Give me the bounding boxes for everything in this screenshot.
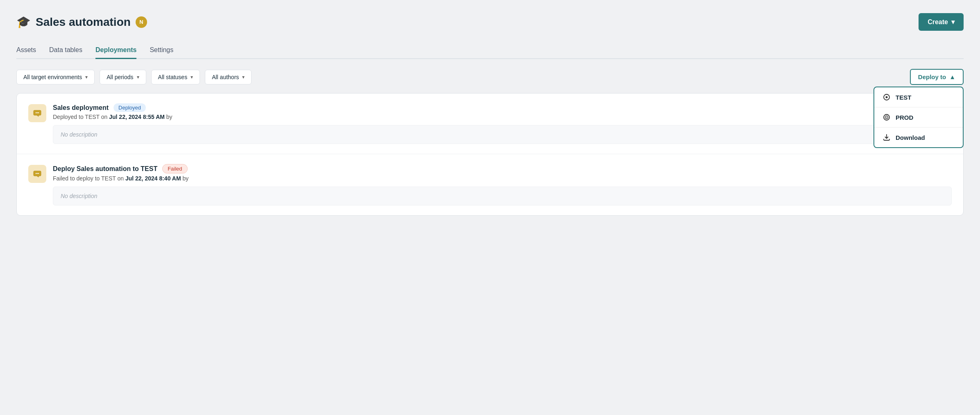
- description-box: No description: [53, 125, 952, 144]
- deploy-to-label: Deploy to: [918, 73, 946, 80]
- deploy-to-container: Deploy to ▲ TEST: [910, 69, 964, 85]
- svg-point-10: [38, 173, 39, 174]
- deployment-header: Deploy Sales automation to TEST Failed F…: [28, 164, 952, 187]
- filter-statuses[interactable]: All statuses ▾: [151, 70, 200, 84]
- chevron-up-icon: ▲: [949, 73, 955, 80]
- deploy-test-label: TEST: [896, 94, 911, 101]
- chevron-down-icon: ▾: [191, 74, 193, 80]
- tab-settings[interactable]: Settings: [150, 42, 173, 59]
- svg-point-5: [36, 112, 36, 113]
- deployment-header: Sales deployment Deployed Deployed to TE…: [28, 103, 952, 125]
- status-badge: Deployed: [113, 103, 146, 112]
- filters-row: All target environments ▾ All periods ▾ …: [16, 69, 964, 85]
- app-icon: 🎓: [16, 15, 31, 29]
- deployment-icon: [28, 165, 46, 183]
- prod-env-icon: [882, 113, 891, 121]
- deploy-download-label: Download: [896, 134, 925, 141]
- chevron-down-icon: ▾: [137, 74, 139, 80]
- subtitle-prefix: Deployed to TEST on: [53, 114, 107, 120]
- create-label: Create: [928, 18, 948, 26]
- header-left: 🎓 Sales automation N: [16, 15, 147, 29]
- svg-point-8: [36, 173, 36, 174]
- filter-target-env-label: All target environments: [23, 74, 82, 80]
- table-row: Sales deployment Deployed Deployed to TE…: [17, 93, 963, 154]
- description-box: No description: [53, 187, 952, 205]
- table-row: Deploy Sales automation to TEST Failed F…: [17, 154, 963, 215]
- chevron-down-icon: ▾: [242, 74, 245, 80]
- deploy-prod-option[interactable]: PROD: [874, 107, 963, 127]
- test-env-icon: [882, 93, 891, 101]
- filter-authors-label: All authors: [212, 74, 239, 80]
- deploy-test-option[interactable]: TEST: [874, 87, 963, 107]
- download-icon: [882, 133, 891, 141]
- filter-target-env[interactable]: All target environments ▾: [16, 70, 95, 84]
- description-text: No description: [61, 131, 98, 138]
- tab-assets[interactable]: Assets: [16, 42, 36, 59]
- app-title: Sales automation: [36, 16, 131, 29]
- deployment-subtitle: Failed to deploy to TEST on Jul 22, 2024…: [53, 175, 952, 182]
- tabs: Assets Data tables Deployments Settings: [16, 42, 964, 59]
- chevron-down-icon: ▾: [85, 74, 88, 80]
- tab-data-tables[interactable]: Data tables: [49, 42, 82, 59]
- svg-point-1: [886, 96, 888, 98]
- subtitle-suffix: by: [166, 114, 172, 120]
- subtitle-prefix: Failed to deploy to TEST on: [53, 175, 124, 182]
- deployment-icon: [28, 104, 46, 122]
- tab-deployments[interactable]: Deployments: [95, 42, 136, 59]
- svg-point-6: [37, 112, 38, 113]
- deployment-name: Sales deployment: [53, 104, 109, 112]
- status-badge: Failed: [162, 164, 187, 173]
- n-badge: N: [136, 16, 147, 28]
- filter-periods-label: All periods: [107, 74, 133, 80]
- subtitle-suffix: by: [182, 175, 188, 182]
- svg-point-9: [37, 173, 38, 174]
- create-chevron-icon: ▾: [951, 18, 955, 26]
- description-text: No description: [61, 193, 98, 199]
- filter-authors[interactable]: All authors ▾: [205, 70, 252, 84]
- page-header: 🎓 Sales automation N Create ▾: [16, 13, 964, 31]
- deployment-info: Sales deployment Deployed Deployed to TE…: [53, 103, 952, 125]
- deployments-list: Sales deployment Deployed Deployed to TE…: [16, 93, 964, 216]
- svg-point-4: [886, 117, 887, 118]
- deployment-name: Deploy Sales automation to TEST: [53, 165, 157, 173]
- deploy-to-button[interactable]: Deploy to ▲: [910, 69, 964, 85]
- filter-statuses-label: All statuses: [158, 74, 188, 80]
- deployment-title-row: Sales deployment Deployed: [53, 103, 952, 112]
- filter-periods[interactable]: All periods ▾: [100, 70, 146, 84]
- svg-point-7: [38, 112, 39, 113]
- deployment-title-row: Deploy Sales automation to TEST Failed: [53, 164, 952, 173]
- deployment-subtitle: Deployed to TEST on Jul 22, 2024 8:55 AM…: [53, 114, 952, 120]
- deploy-to-dropdown: TEST PROD: [873, 87, 964, 148]
- create-button[interactable]: Create ▾: [919, 13, 964, 31]
- deploy-prod-label: PROD: [896, 114, 913, 121]
- subtitle-date: Jul 22, 2024 8:55 AM: [109, 114, 165, 120]
- deploy-download-option[interactable]: Download: [874, 127, 963, 147]
- deployment-info: Deploy Sales automation to TEST Failed F…: [53, 164, 952, 187]
- subtitle-date: Jul 22, 2024 8:40 AM: [125, 175, 181, 182]
